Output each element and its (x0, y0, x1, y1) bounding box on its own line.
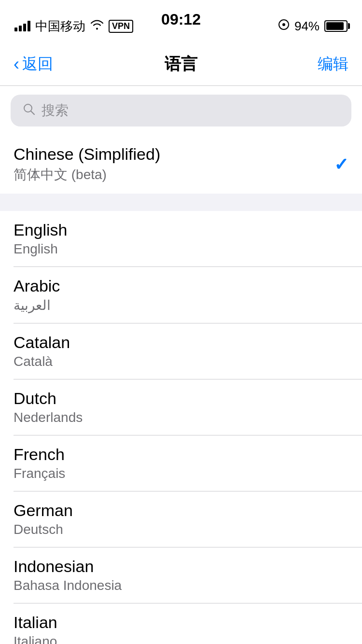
list-item[interactable]: DutchNederlands (0, 379, 362, 435)
vpn-badge: VPN (109, 20, 133, 33)
battery-percent: 94% (294, 19, 320, 34)
language-native: Català (14, 354, 348, 369)
list-item[interactable]: CatalanCatalà (0, 323, 362, 379)
language-native: Deutsch (14, 522, 348, 537)
search-placeholder: 搜索 (42, 101, 69, 120)
carrier-name: 中国移动 (35, 18, 85, 35)
language-name: Dutch (14, 389, 348, 408)
selected-language-content: Chinese (Simplified) 简体中文 (beta) (14, 145, 160, 184)
signal-icon (14, 21, 30, 31)
status-bar: 中国移动 VPN 09:12 94% (0, 0, 362, 42)
language-name: English (14, 221, 348, 239)
search-icon (22, 102, 36, 119)
page-title: 语言 (165, 53, 197, 75)
status-left: 中国移动 VPN (14, 18, 133, 35)
chevron-left-icon: ‹ (14, 56, 19, 73)
search-container: 搜索 (0, 86, 362, 135)
list-item[interactable]: IndonesianBahasa Indonesia (0, 547, 362, 603)
list-item[interactable]: ItalianItaliano (0, 603, 362, 644)
status-time: 09:12 (161, 11, 201, 28)
back-label: 返回 (22, 54, 53, 75)
nav-bar: ‹ 返回 语言 编辑 (0, 42, 362, 86)
list-item[interactable]: Arabicالعربية (0, 267, 362, 323)
language-native: English (14, 241, 348, 257)
language-native: Nederlands (14, 410, 348, 425)
language-list: EnglishEnglishArabicالعربيةCatalanCatalà… (0, 211, 362, 644)
language-name: Italian (14, 613, 348, 632)
selected-section: Chinese (Simplified) 简体中文 (beta) ✓ (0, 135, 362, 194)
language-name: Catalan (14, 333, 348, 352)
language-native: Bahasa Indonesia (14, 578, 348, 593)
language-name: German (14, 501, 348, 520)
selected-language-native: 简体中文 (beta) (14, 166, 160, 184)
language-native: Français (14, 466, 348, 481)
svg-point-1 (282, 23, 285, 26)
selected-language-name: Chinese (Simplified) (14, 145, 160, 164)
search-bar[interactable]: 搜索 (11, 95, 351, 126)
language-name: French (14, 445, 348, 464)
svg-point-2 (24, 104, 32, 112)
checkmark-icon: ✓ (334, 154, 348, 175)
language-name: Indonesian (14, 557, 348, 576)
language-native: Italiano (14, 634, 348, 644)
status-right: 94% (278, 19, 348, 34)
svg-line-3 (31, 111, 35, 114)
location-icon (278, 19, 290, 34)
wifi-icon (90, 19, 104, 33)
language-native: العربية (14, 297, 348, 313)
selected-language-item[interactable]: Chinese (Simplified) 简体中文 (beta) ✓ (0, 135, 362, 194)
edit-button[interactable]: 编辑 (318, 54, 348, 75)
battery-icon (324, 20, 348, 32)
back-button[interactable]: ‹ 返回 (14, 54, 53, 75)
list-item[interactable]: FrenchFrançais (0, 435, 362, 491)
list-item[interactable]: GermanDeutsch (0, 491, 362, 547)
section-separator (0, 194, 362, 211)
language-name: Arabic (14, 277, 348, 295)
list-item[interactable]: EnglishEnglish (0, 211, 362, 266)
